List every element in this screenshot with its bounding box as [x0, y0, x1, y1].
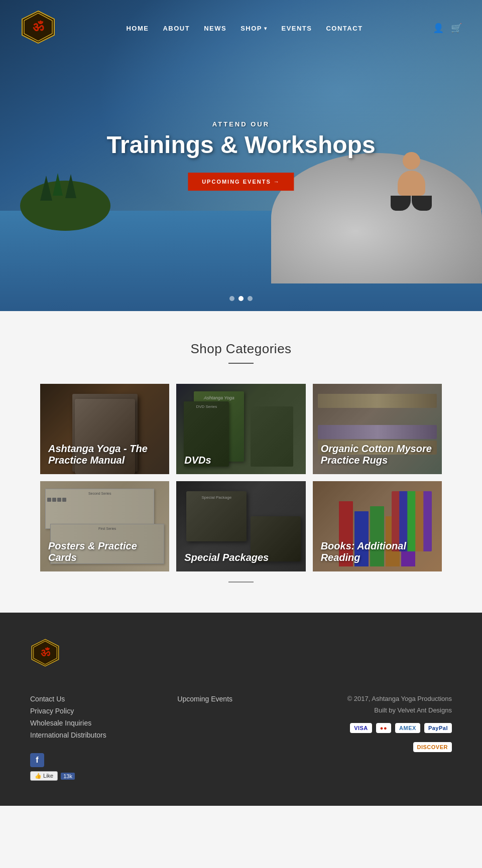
carousel-dot-3[interactable] — [248, 296, 253, 301]
footer-grid: Contact Us Privacy Policy Wholesale Inqu… — [30, 695, 452, 781]
fb-like-button[interactable]: 👍 Like — [30, 771, 58, 781]
tree2 — [53, 173, 63, 196]
cart-icon[interactable]: 🛒 — [451, 23, 462, 34]
hero-cta-button[interactable]: UPCOMING EVENTS → — [188, 173, 294, 191]
user-icon[interactable]: 👤 — [433, 23, 444, 34]
footer-col-links: Contact Us Privacy Policy Wholesale Inqu… — [30, 695, 157, 781]
like-label: 👍 Like — [35, 773, 53, 779]
category-card-posters[interactable]: Second Series First Series Posters & Pra — [40, 481, 169, 571]
hero-text-block: ATTEND OUR Trainings & Workshops UPCOMIN… — [106, 120, 375, 191]
payment-visa: VISA — [350, 723, 372, 733]
payment-mc: ●● — [376, 723, 391, 733]
tree1 — [40, 176, 52, 201]
category-card-rugs[interactable]: Organic Cotton Mysore Practice Rugs — [313, 384, 442, 474]
category-card-manual[interactable]: The Practice Manual Ashtanga Yoga - The … — [40, 384, 169, 474]
footer-link-contact[interactable]: Contact Us — [30, 695, 157, 703]
payment-icons-2: DISCOVER — [325, 742, 452, 752]
footer-col-right: © 2017, Ashtanga Yoga Productions Built … — [325, 695, 452, 781]
footer-social: f 👍 Like 13k — [30, 753, 157, 781]
category-card-books[interactable]: Books: Additional Reading — [313, 481, 442, 571]
category-card-dvds[interactable]: Ashtanga Yoga DVD Series DVDs — [176, 384, 305, 474]
categories-grid: The Practice Manual Ashtanga Yoga - The … — [40, 384, 442, 571]
nav-shop[interactable]: SHOP ▾ — [240, 25, 267, 32]
arrow-icon: → — [274, 179, 280, 185]
logo[interactable]: ॐ — [20, 9, 56, 47]
fb-like-count: 13k — [61, 773, 75, 780]
carousel-dots — [229, 296, 253, 301]
main-nav: HOME ABOUT NEWS SHOP ▾ EVENTS CONTACT — [126, 25, 363, 32]
facebook-icon[interactable]: f — [30, 753, 44, 767]
site-header: ॐ HOME ABOUT NEWS SHOP ▾ EVENTS CONTACT … — [0, 0, 482, 56]
svg-text:ॐ: ॐ — [33, 20, 44, 34]
carousel-dot-1[interactable] — [229, 296, 234, 301]
hero-eyebrow: ATTEND OUR — [106, 120, 375, 128]
footer-logo-wrapper: ॐ — [30, 638, 452, 680]
fb-like-widget: 👍 Like 13k — [30, 771, 157, 781]
svg-text:ॐ: ॐ — [41, 647, 50, 659]
section-title: Shop Categories — [40, 341, 442, 357]
footer-link-international[interactable]: International Distributors — [30, 731, 157, 739]
tree3 — [65, 174, 76, 198]
carousel-dot-2[interactable] — [238, 296, 244, 301]
footer-copyright: © 2017, Ashtanga Yoga Productions — [325, 695, 452, 702]
footer-link-events[interactable]: Upcoming Events — [177, 695, 304, 703]
hero-person — [391, 152, 432, 211]
nav-events[interactable]: EVENTS — [281, 25, 312, 32]
footer-link-wholesale[interactable]: Wholesale Inquiries — [30, 719, 157, 727]
hero-headline: Trainings & Workshops — [106, 132, 375, 159]
category-label-manual: Ashtanga Yoga - The Practice Manual — [48, 443, 161, 466]
nav-news[interactable]: NEWS — [204, 25, 226, 32]
category-label-posters: Posters & Practice Cards — [48, 540, 161, 563]
footer-built-by: Built by Velvet Ant Designs — [325, 706, 452, 714]
category-label-books: Books: Additional Reading — [321, 540, 434, 563]
payment-amex: AMEX — [395, 723, 420, 733]
category-label-rugs: Organic Cotton Mysore Practice Rugs — [321, 443, 434, 466]
category-card-packages[interactable]: Special Package Special Packages — [176, 481, 305, 571]
chevron-down-icon: ▾ — [264, 26, 268, 31]
payment-paypal: PayPal — [424, 723, 452, 733]
category-label-packages: Special Packages — [184, 552, 297, 563]
nav-home[interactable]: HOME — [126, 25, 149, 32]
section-divider — [228, 363, 254, 364]
category-label-dvds: DVDs — [184, 455, 297, 466]
nav-contact[interactable]: CONTACT — [326, 25, 363, 32]
payment-discover: DISCOVER — [413, 742, 452, 752]
footer-link-privacy[interactable]: Privacy Policy — [30, 707, 157, 715]
bottom-divider — [228, 582, 254, 583]
footer-col-center: Upcoming Events — [177, 695, 304, 781]
site-footer: ॐ Contact Us Privacy Policy Wholesale In… — [0, 613, 482, 806]
shop-categories-section: Shop Categories The Practice Manual — [0, 311, 482, 613]
nav-about[interactable]: ABOUT — [163, 25, 190, 32]
payment-icons: VISA ●● AMEX PayPal — [325, 723, 452, 733]
footer-logo[interactable]: ॐ — [30, 638, 60, 668]
nav-actions: 👤 🛒 — [433, 23, 462, 34]
